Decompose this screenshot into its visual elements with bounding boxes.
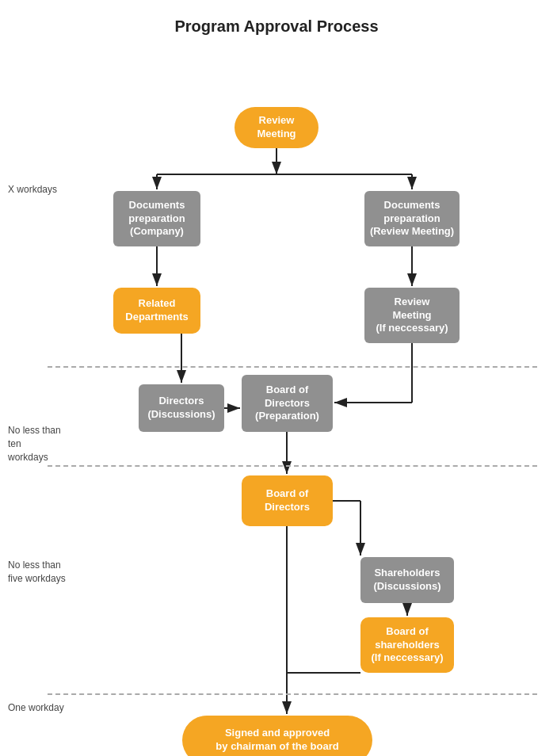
doc-prep-review-label: Documents preparation (Review Meeting): [370, 199, 454, 239]
diagram-area: Review Meeting Documents preparation (Co…: [0, 44, 553, 756]
dashed-line-2: [48, 465, 537, 467]
review-meeting-top-node: Review Meeting: [235, 107, 318, 148]
no-less-five-label: No less than five workdays: [8, 559, 67, 586]
board-of-directors-label: Board of Directors: [265, 487, 310, 514]
no-less-ten-label: No less than ten workdays: [8, 424, 67, 464]
related-departments-node: Related Departments: [113, 288, 200, 334]
doc-prep-review-node: Documents preparation (Review Meeting): [364, 191, 460, 246]
x-workdays-label: X workdays: [8, 183, 67, 197]
board-directors-prep-node: Board of Directors (Preparation): [242, 375, 333, 432]
dashed-line-3: [48, 693, 537, 695]
board-of-directors-node: Board of Directors: [242, 475, 333, 526]
directors-discussions-label: Directors (Discussions): [147, 395, 215, 422]
shareholders-discussions-label: Shareholders (Discussions): [373, 567, 440, 594]
signed-approved-node: Signed and approved by chairman of the b…: [182, 716, 372, 756]
board-directors-prep-label: Board of Directors (Preparation): [255, 384, 319, 424]
review-meeting-if-node: Review Meeting (If neccessary): [364, 288, 460, 343]
related-departments-label: Related Departments: [125, 297, 188, 324]
directors-discussions-node: Directors (Discussions): [139, 384, 224, 432]
review-meeting-top-label: Review Meeting: [257, 114, 296, 141]
shareholders-discussions-node: Shareholders (Discussions): [360, 557, 454, 603]
board-shareholders-node: Board of shareholders (If neccessary): [360, 617, 454, 673]
one-workday-label: One workday: [8, 701, 67, 715]
dashed-line-1: [48, 366, 537, 368]
signed-approved-label: Signed and approved by chairman of the b…: [215, 727, 338, 754]
page-title: Program Approval Process: [0, 0, 553, 44]
board-shareholders-label: Board of shareholders (If neccessary): [371, 625, 443, 666]
doc-prep-company-label: Documents preparation (Company): [128, 199, 185, 239]
doc-prep-company-node: Documents preparation (Company): [113, 191, 200, 246]
review-meeting-if-label: Review Meeting (If neccessary): [376, 296, 448, 336]
